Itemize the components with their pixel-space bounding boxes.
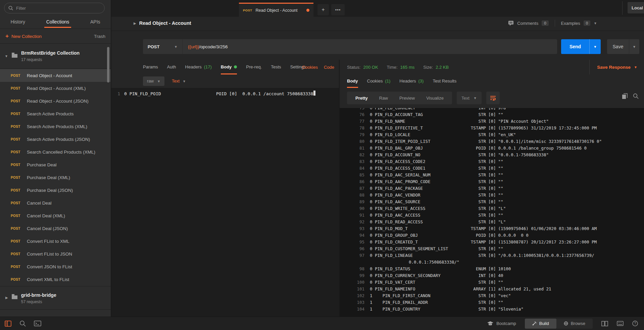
postman-app: Filter History Collections APIs + New Co… bbox=[0, 0, 644, 330]
sidebar-request-item[interactable]: POSTCancel Deal bbox=[0, 197, 111, 209]
sidebar-request-item[interactable]: POSTConvert FList to JSON bbox=[0, 248, 111, 260]
view-preview[interactable]: Preview bbox=[394, 96, 420, 101]
sidebar-request-item[interactable]: POSTSearch Active Products (JSON) bbox=[0, 133, 111, 146]
line-number: 97 bbox=[340, 252, 364, 259]
shortcuts-icon[interactable] bbox=[617, 321, 624, 326]
request-tab-tests[interactable]: Tests bbox=[271, 60, 281, 74]
field-index: [0] bbox=[486, 108, 498, 111]
field-type: STR bbox=[466, 152, 486, 158]
request-name: Convert XML to FList bbox=[27, 277, 69, 282]
view-raw[interactable]: Raw bbox=[374, 96, 394, 101]
toggle-sidebar-icon[interactable] bbox=[5, 321, 11, 327]
wrap-lines-button[interactable] bbox=[486, 92, 500, 104]
collection-header[interactable]: ▼ BrmRestBridge Collection 17 requests bbox=[0, 46, 111, 68]
chevron-down-icon[interactable]: ▼ bbox=[594, 21, 597, 25]
request-tab-headers[interactable]: Headers (17) bbox=[185, 60, 212, 74]
sidebar-request-item[interactable]: POSTSearch Active Products (XML) bbox=[0, 120, 111, 133]
send-button[interactable]: Send bbox=[561, 39, 590, 54]
field-type: STR bbox=[466, 245, 486, 252]
chevron-right-icon[interactable]: ▶ bbox=[134, 21, 136, 25]
tab-history[interactable]: History bbox=[8, 15, 27, 28]
response-format-selector[interactable]: Text ▼ bbox=[457, 92, 482, 104]
request-tab-body[interactable]: Body bbox=[221, 60, 237, 74]
field-value: "L" bbox=[498, 205, 506, 212]
new-tab-button[interactable]: + bbox=[317, 4, 329, 15]
field-value: allocated 21, used 21 bbox=[498, 286, 551, 292]
body-format-selector[interactable]: Text ▼ bbox=[172, 79, 186, 84]
find-icon[interactable] bbox=[19, 320, 26, 327]
sidebar-request-item[interactable]: POSTConvert FList to XML bbox=[0, 235, 111, 248]
view-visualize[interactable]: Visualize bbox=[420, 96, 449, 101]
field-index: [0] bbox=[486, 272, 498, 279]
new-collection-button[interactable]: + New Collection bbox=[5, 33, 42, 40]
open-request-tab[interactable]: POST Read Object - Account bbox=[239, 3, 313, 17]
build-icon bbox=[532, 321, 537, 326]
browse-tab[interactable]: Browse bbox=[556, 319, 593, 329]
request-tab-params[interactable]: Params bbox=[143, 60, 158, 74]
tab-options-button[interactable]: ••• bbox=[331, 4, 345, 15]
sidebar-request-item[interactable]: POSTPurchase Deal bbox=[0, 158, 111, 171]
save-options-button[interactable]: ▼ bbox=[629, 39, 639, 54]
comments-label[interactable]: Comments bbox=[517, 21, 538, 26]
sidebar-request-item[interactable]: POSTSearch Cancelled Products (XML) bbox=[0, 146, 111, 158]
send-options-button[interactable]: ▼ bbox=[590, 39, 601, 54]
request-body-editor[interactable]: 1 0 PIN_FLD_POID POID [0] 0.0.0.1 /accou… bbox=[111, 88, 339, 317]
request-tab-prereq[interactable]: Pre-req. bbox=[246, 60, 262, 74]
sidebar-request-item[interactable]: POSTPurchase Deal (XML) bbox=[0, 171, 111, 184]
request-tab-auth[interactable]: Auth bbox=[167, 60, 176, 74]
code-link[interactable]: Code bbox=[324, 65, 334, 70]
chevron-right-icon[interactable]: ▶ bbox=[5, 296, 8, 309]
field-name: 0 PIN_FLD_ACCOUNT_NO bbox=[370, 152, 466, 158]
view-pretty[interactable]: Pretty bbox=[350, 96, 374, 101]
body-type-selector[interactable]: raw ▼ bbox=[143, 76, 164, 86]
environment-selector[interactable]: Local to PRE ▼ bbox=[628, 2, 644, 13]
two-pane-layout-icon[interactable] bbox=[601, 321, 608, 326]
console-icon[interactable] bbox=[34, 321, 41, 326]
field-value: "" bbox=[498, 245, 503, 252]
sidebar-request-item[interactable]: POSTSearch Active Products bbox=[0, 107, 111, 120]
field-value: "" bbox=[498, 279, 503, 286]
trash-button[interactable]: Trash bbox=[94, 34, 105, 39]
sidebar-request-item[interactable]: POSTConvert JSON to FList bbox=[0, 260, 111, 273]
field-type: STR bbox=[466, 131, 486, 138]
bootcamp-button[interactable]: Bootcamp bbox=[487, 321, 516, 326]
response-tab-body[interactable]: Body bbox=[347, 74, 358, 88]
field-name: 0 PIN_FLD_GROUP_OBJ bbox=[370, 232, 466, 239]
search-response-icon[interactable] bbox=[633, 93, 639, 99]
help-icon[interactable]: ? bbox=[632, 321, 638, 326]
request-name: Cancel Deal (XML) bbox=[27, 213, 65, 218]
tab-apis[interactable]: APIs bbox=[88, 15, 102, 28]
request-name: Purchase Deal (JSON) bbox=[27, 188, 73, 193]
sidebar-request-item[interactable]: POSTRead Object - Account (JSON) bbox=[0, 95, 111, 107]
examples-label[interactable]: Examples bbox=[561, 21, 580, 26]
copy-icon[interactable] bbox=[622, 93, 628, 99]
tab-collections[interactable]: Collections bbox=[44, 15, 71, 28]
field-value: "/0.0.0.1:10005381/0.0.0.1:2377656739/ bbox=[498, 252, 594, 259]
response-tab-headers[interactable]: Headers (3) bbox=[399, 74, 424, 88]
sidebar-request-item[interactable]: POSTCancel Deal (XML) bbox=[0, 209, 111, 222]
collection-grid-brm-bridge[interactable]: ▶ grid-brm-bridge 57 requests bbox=[0, 288, 111, 309]
cookies-link[interactable]: Cookies bbox=[302, 65, 318, 70]
line-number: 88 bbox=[340, 192, 364, 199]
field-index: [0] bbox=[486, 165, 498, 172]
status-bar: Bootcamp Build Browse bbox=[0, 317, 644, 330]
save-response-button[interactable]: Save Response ▼ bbox=[589, 60, 637, 74]
response-tab-testresults[interactable]: Test Results bbox=[433, 74, 456, 88]
sidebar-scrollbar[interactable] bbox=[107, 47, 109, 82]
save-button[interactable]: Save bbox=[607, 39, 629, 54]
sidebar-request-item[interactable]: POSTRead Object - Account bbox=[0, 69, 111, 82]
filter-input[interactable]: Filter bbox=[4, 3, 105, 13]
sidebar-request-item[interactable]: POSTPurchase Deal (JSON) bbox=[0, 184, 111, 197]
sidebar-request-item[interactable]: POSTConvert XML to FList bbox=[0, 273, 111, 286]
send-button-group: Send ▼ bbox=[561, 39, 601, 54]
url-input[interactable]: {{url}}/opcode/3/256 bbox=[183, 44, 228, 49]
response-body-viewer[interactable]: 750 PIN_FLD_CURRENCYINT[0]978760 PIN_FLD… bbox=[340, 108, 644, 317]
response-line: 1021 PIN_FLD_FIRST_CANONSTR[0]"vec" bbox=[340, 292, 644, 299]
sidebar-request-item[interactable]: POSTRead Object - Account (XML) bbox=[0, 82, 111, 95]
sidebar-request-item[interactable]: POSTCancel Deal (JSON) bbox=[0, 222, 111, 235]
method-selector[interactable]: POST ▼ bbox=[143, 39, 183, 54]
chevron-down-icon[interactable]: ▼ bbox=[5, 54, 8, 68]
response-tab-cookies[interactable]: Cookies (1) bbox=[367, 74, 391, 88]
build-tab[interactable]: Build bbox=[525, 319, 556, 329]
breadcrumb[interactable]: ▶ Read Object - Account bbox=[134, 20, 191, 26]
